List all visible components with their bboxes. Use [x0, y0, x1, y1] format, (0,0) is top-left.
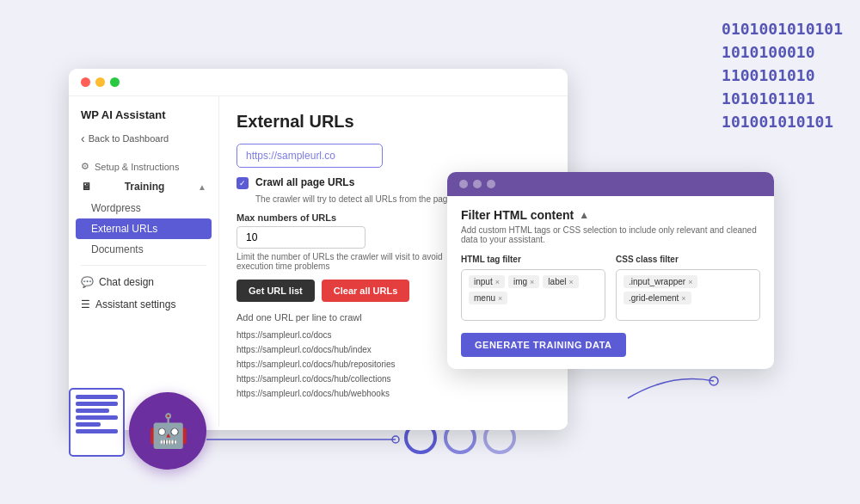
filter-title: Filter HTML content [461, 208, 574, 222]
url-input-row [236, 144, 550, 168]
css-class-filter-label: CSS class filter [616, 255, 760, 264]
tag-label: label × [543, 275, 578, 288]
sidebar-chat-design-item[interactable]: 💬 Chat design [69, 271, 218, 293]
document-icon [69, 388, 125, 457]
filter-window: Filter HTML content ▲ Add custom HTML ta… [447, 172, 774, 369]
html-tags-box[interactable]: input × img × label × menu × [461, 269, 605, 321]
page-title: External URLs [236, 112, 550, 132]
filter-dot-2 [473, 180, 482, 188]
sidebar-assistant-settings-item[interactable]: ☰ Assistant settings [69, 293, 218, 316]
close-dot[interactable] [81, 77, 90, 87]
maximize-dot[interactable] [110, 77, 120, 87]
max-urls-input[interactable] [236, 226, 366, 249]
filter-title-row: Filter HTML content ▲ [461, 208, 760, 222]
sidebar-documents-item[interactable]: Documents [69, 239, 218, 260]
sidebar-section-setup[interactable]: ⚙ Setup & Instructions [69, 157, 218, 175]
tag-menu-remove[interactable]: × [498, 294, 502, 303]
clear-all-urls-button[interactable]: Clear all URLs [322, 280, 410, 302]
tag-grid-element: .grid-element × [624, 292, 691, 304]
robot-icon: 🤖 [148, 412, 188, 450]
doc-line-1 [76, 395, 118, 399]
html-tag-filter-label: HTML tag filter [461, 255, 605, 264]
sidebar-external-urls-item[interactable]: External URLs [76, 218, 212, 239]
filter-dot-3 [487, 180, 495, 188]
connector-svg-2 [619, 368, 722, 403]
doc-line-2 [76, 402, 118, 406]
setup-icon: ⚙ [81, 161, 89, 172]
tag-img-remove[interactable]: × [530, 278, 534, 286]
sidebar-back-button[interactable]: Back to Dashboard [69, 132, 218, 157]
sidebar-training-item[interactable]: 🖥 Training ▲ [69, 175, 218, 198]
chevron-up-icon: ▲ [198, 182, 206, 192]
tag-label-remove[interactable]: × [568, 278, 573, 286]
html-tag-filter-col: HTML tag filter input × img × label × [461, 255, 605, 321]
crawl-checkbox-label: Crawl all page URLs [255, 176, 354, 188]
doc-line-6 [76, 429, 118, 433]
doc-line-4 [76, 415, 118, 420]
crawl-checkbox[interactable] [236, 177, 249, 189]
filter-dot-1 [459, 180, 468, 188]
tag-input-remove[interactable]: × [495, 278, 500, 286]
sidebar-wordpress-item[interactable]: Wordpress [69, 198, 218, 218]
list-item: https://sampleurl.co/docs/hub/collection… [236, 372, 550, 386]
doc-line-3 [76, 409, 109, 413]
sidebar-logo: WP AI Assistant [69, 108, 218, 132]
css-class-filter-col: CSS class filter .input_wrapper × .grid-… [616, 255, 760, 321]
robot-icon-circle: 🤖 [129, 392, 206, 470]
connector-svg [206, 431, 413, 448]
window-titlebar [69, 69, 568, 96]
tag-input: input × [469, 275, 505, 288]
chevron-up-icon[interactable]: ▲ [579, 209, 589, 221]
training-icon: 🖥 [81, 181, 91, 193]
tag-img: img × [508, 275, 539, 288]
assistant-settings-icon: ☰ [81, 298, 90, 310]
chat-design-icon: 💬 [81, 276, 94, 288]
tag-grid-element-remove[interactable]: × [681, 294, 685, 303]
filter-body: Filter HTML content ▲ Add custom HTML ta… [447, 196, 774, 369]
url-input[interactable] [236, 144, 383, 168]
tag-input-wrapper: .input_wrapper × [624, 275, 697, 288]
generate-training-data-button[interactable]: GENERATE TRAINING DATA [461, 333, 626, 357]
get-url-list-button[interactable]: Get URL list [236, 280, 315, 302]
binary-background: 0101001010101 1010100010 1100101010 1010… [722, 17, 843, 133]
filter-columns: HTML tag filter input × img × label × [461, 255, 760, 321]
css-tags-box[interactable]: .input_wrapper × .grid-element × [616, 269, 760, 321]
doc-line-5 [76, 422, 101, 427]
tag-input-wrapper-remove[interactable]: × [688, 278, 692, 286]
max-urls-desc: Limit the number of URLs the crawler wil… [236, 252, 469, 271]
list-item: https://sampleurl.co/docs/hub/webhooks [236, 386, 550, 401]
tag-menu: menu × [469, 292, 507, 304]
sidebar-divider [81, 265, 206, 266]
minimize-dot[interactable] [95, 77, 105, 87]
filter-titlebar [447, 172, 774, 196]
filter-desc: Add custom HTML tags or CSS selection to… [461, 225, 760, 244]
sidebar: WP AI Assistant Back to Dashboard ⚙ Setu… [69, 96, 219, 427]
